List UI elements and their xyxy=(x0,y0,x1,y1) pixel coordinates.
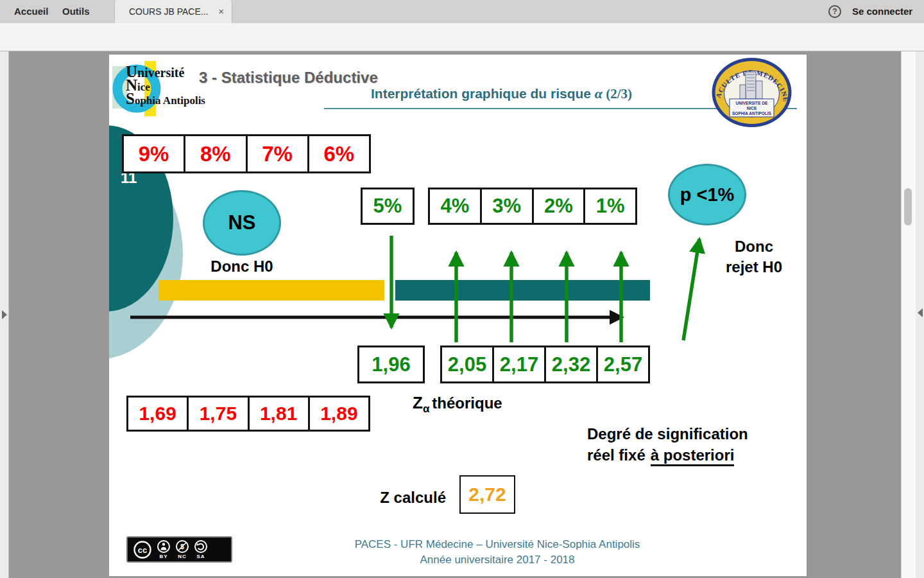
degre-signification-label: Degré de signification réel fixéà poster… xyxy=(587,423,786,466)
z-calcule-value-box: 2,72 xyxy=(459,475,515,514)
a-posteriori-underlined: à posteriori xyxy=(651,446,735,466)
diagram-layer xyxy=(109,55,807,576)
p-value-bubble: p <1% xyxy=(668,164,746,225)
green-percent-cell: 1% xyxy=(583,189,635,223)
cc-nc-column: $ NC xyxy=(175,539,189,559)
diagonal-arrow-p xyxy=(683,239,699,340)
ns-bubble: NS xyxy=(203,190,281,256)
z-value-196: 1,96 xyxy=(357,346,425,383)
green-value-cell: 2,17 xyxy=(492,347,544,381)
red-percent-cell: 8% xyxy=(184,136,245,171)
red-percent-cell: 7% xyxy=(246,136,307,171)
university-logo-text: Université Nice Sophia Antipolis xyxy=(126,65,205,107)
yellow-bar xyxy=(158,280,384,301)
tab-outils[interactable]: Outils xyxy=(62,0,90,23)
donc-h0-label: Donc H0 xyxy=(199,258,285,276)
green-percent-cell: 3% xyxy=(480,189,532,223)
red-value-cell: 1,89 xyxy=(308,398,368,430)
faculty-seal-icon: FACULTE DE MEDECINE UNIVERSITE DE NICE S… xyxy=(711,57,792,128)
right-panel-toggle-icon[interactable] xyxy=(918,308,923,317)
alpha-symbol: α xyxy=(595,85,603,101)
footer-line1: PACES - UFR Médecine – Université Nice-S… xyxy=(289,537,706,552)
slide-title: 3 - Statistique Déductive xyxy=(199,69,378,87)
red-value-row: 1,69 1,75 1,81 1,89 xyxy=(126,396,370,432)
close-icon[interactable]: × xyxy=(218,0,224,23)
cc-nc-icon: $ xyxy=(175,539,189,554)
acrobat-window: Accueil Outils COURS JB PACE... × ? Se c… xyxy=(0,0,924,578)
cc-by-column: BY xyxy=(157,539,171,559)
logo-line: Sophia Antipolis xyxy=(126,92,205,107)
green-value-row: 2,05 2,17 2,32 2,57 xyxy=(440,346,650,383)
cc-sa-icon xyxy=(194,539,208,554)
red-value-cell: 1,75 xyxy=(187,398,247,430)
tab-document-label: COURS JB PACE... xyxy=(129,0,208,23)
cc-by-icon xyxy=(157,539,171,554)
green-percent-cell: 4% xyxy=(430,189,480,223)
slide-footer: PACES - UFR Médecine – Université Nice-S… xyxy=(289,537,706,568)
slide-subtitle: Interprétation graphique du risque α (2/… xyxy=(371,85,632,102)
tab-accueil[interactable]: Accueil xyxy=(14,0,48,23)
green-value-cell: 2,32 xyxy=(544,347,596,381)
green-value-cell: 2,05 xyxy=(442,347,492,381)
z-calcule-label: Z calculé xyxy=(343,489,446,507)
tab-bar: Accueil Outils COURS JB PACE... × ? Se c… xyxy=(0,0,924,23)
scrollbar-thumb[interactable] xyxy=(904,188,912,225)
sign-in-button[interactable]: Se connecter xyxy=(852,0,912,23)
toolbar: / 38 99% ▾ xyxy=(0,23,924,51)
red-percent-cell: 9% xyxy=(124,136,184,171)
seal-line: UNIVERSITE DE xyxy=(736,101,769,105)
cc-license-badge: cc BY $ NC xyxy=(126,536,232,563)
green-percent-row: 4% 3% 2% 1% xyxy=(428,188,637,225)
red-value-cell: 1,81 xyxy=(248,398,308,430)
green-value-cell: 2,57 xyxy=(596,347,648,381)
tab-document[interactable]: COURS JB PACE... × xyxy=(114,0,232,23)
alpha-subscript: α xyxy=(423,403,429,415)
help-icon[interactable]: ? xyxy=(828,5,841,18)
seal-line: SOPHIA ANTIPOLIS xyxy=(732,111,772,116)
teal-bar xyxy=(395,280,650,301)
red-percent-cell: 6% xyxy=(307,136,369,171)
cc-sa-column: SA xyxy=(194,539,208,559)
logo-line: Nice xyxy=(126,80,205,92)
z-theorique-label: Zαthéorique xyxy=(413,393,502,416)
vertical-scrollbar[interactable] xyxy=(901,51,916,578)
cc-icon: cc xyxy=(133,540,152,559)
red-percent-row: 9% 8% 7% 6% xyxy=(122,134,371,173)
footer-line2: Année universitaire 2017 - 2018 xyxy=(289,552,706,568)
left-panel-toggle-icon[interactable] xyxy=(2,310,7,319)
red-value-cell: 1,69 xyxy=(128,398,187,430)
svg-text:cc: cc xyxy=(138,545,147,555)
pdf-page: Université Nice Sophia Antipolis 3 - Sta… xyxy=(109,55,807,576)
logo-line: Université xyxy=(126,65,205,80)
seal-line: NICE xyxy=(747,106,757,110)
green-percent-5: 5% xyxy=(361,188,415,225)
rejet-h0-label: Donc rejet H0 xyxy=(703,236,805,277)
green-percent-cell: 2% xyxy=(532,189,584,223)
